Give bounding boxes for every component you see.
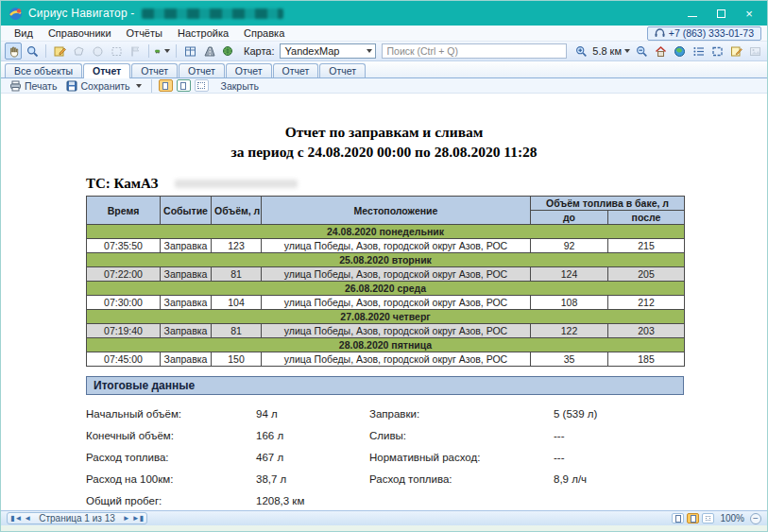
zoom-in-button[interactable] <box>572 43 589 60</box>
summary-value: --- <box>554 430 565 441</box>
cell-volume: 150 <box>212 352 262 367</box>
view-mode-multi-button[interactable] <box>702 513 714 523</box>
toolbar-separator <box>151 79 152 93</box>
next-page-button[interactable]: ► <box>123 515 130 523</box>
cell-event: Заправка <box>161 267 212 282</box>
summary-value: 467 л <box>256 452 283 463</box>
scale-value: 5.8 км <box>592 45 622 57</box>
cell-volume: 81 <box>212 267 262 282</box>
title-bar: Сириус Навигатор - × <box>1 1 767 26</box>
zoom-tool-button[interactable] <box>24 43 41 60</box>
date-group-row: 25.08.2020 вторник <box>87 253 685 267</box>
col-header-event: Событие <box>161 197 212 225</box>
save-button[interactable]: Сохранить <box>63 80 144 92</box>
view-mode-single-button[interactable] <box>672 513 684 523</box>
summary-value: 5 (539 л) <box>554 408 597 420</box>
globe-button[interactable] <box>671 43 688 60</box>
close-report-button[interactable]: Закрыть <box>218 80 262 92</box>
save-floppy-icon <box>66 80 77 92</box>
col-header-location: Местоположение <box>262 197 531 225</box>
circle-tool-button[interactable] <box>89 43 106 60</box>
zoom-out-slider-button[interactable]: − <box>750 513 761 524</box>
group-date-label: 26.08.2020 среда <box>87 282 685 296</box>
cell-location: улица Победы, Азов, городской округ Азов… <box>262 296 531 310</box>
truck-icon <box>155 45 162 58</box>
table-row: 07:45:00Заправка150улица Победы, Азов, г… <box>87 352 685 367</box>
maximize-button[interactable] <box>707 1 735 26</box>
globe-icon <box>674 45 686 58</box>
tab-report-6[interactable]: Отчет <box>319 63 366 77</box>
app-window: Сириус Навигатор - × Вид Справочники Отч… <box>0 0 768 532</box>
selection-rect-icon <box>111 45 123 58</box>
zoom-out-button[interactable] <box>633 43 650 60</box>
fuel-events-table: Время Событие Объём, л Местоположение Об… <box>86 196 685 367</box>
tab-report-2[interactable]: Отчет <box>131 63 178 77</box>
summary-value: 166 л <box>256 430 283 441</box>
continuous-view-button[interactable] <box>177 79 191 92</box>
vehicle-menu-button[interactable] <box>154 43 171 60</box>
cell-location: улица Победы, Азов, городской округ Азов… <box>262 239 531 253</box>
cell-event: Заправка <box>161 239 212 253</box>
search-input[interactable] <box>382 43 568 59</box>
page-icon <box>162 82 168 90</box>
group-date-label: 28.08.2020 пятница <box>87 338 685 352</box>
route-button[interactable] <box>200 43 217 60</box>
support-phone-button[interactable]: +7 (863) 333-01-73 <box>647 26 761 41</box>
cell-location: улица Победы, Азов, городской округ Азов… <box>262 352 531 367</box>
table-row: 07:35:50Заправка123улица Победы, Азов, г… <box>87 239 685 253</box>
image-button[interactable] <box>746 43 763 60</box>
dropdown-caret-icon <box>624 49 630 53</box>
summary-label: Заправки: <box>369 408 554 420</box>
summary-item: Нормативный расход:--- <box>369 446 684 468</box>
view-mode-fit-button[interactable] <box>687 513 699 523</box>
flag-tool-button[interactable] <box>127 43 144 60</box>
polygon-tool-button[interactable] <box>70 43 87 60</box>
minimize-button[interactable] <box>678 1 707 26</box>
frame-select-button[interactable] <box>708 43 725 60</box>
rect-select-button[interactable] <box>108 43 125 60</box>
main-toolbar: Карта: YandexMap 5.8 км <box>1 42 767 61</box>
close-button[interactable]: × <box>735 1 763 26</box>
cell-event: Заправка <box>161 352 212 367</box>
pan-tool-button[interactable] <box>5 43 22 60</box>
zoom-level: 100% <box>720 513 744 523</box>
headset-icon <box>655 28 665 38</box>
last-page-button[interactable]: ►▮ <box>132 515 144 523</box>
col-header-tank: Объём топлива в баке, л <box>531 197 685 211</box>
tab-bar: Все объекты Отчет Отчет Отчет Отчет Отче… <box>1 61 767 78</box>
dropdown-caret-icon <box>164 49 170 53</box>
menu-settings[interactable]: Настройка <box>170 26 236 40</box>
globe-search-icon <box>222 45 234 58</box>
page-navigation: ▮◄ ◄ Страница 1 из 13 ► ►▮ <box>7 512 147 524</box>
edit-geozone-button[interactable] <box>51 43 68 60</box>
map-select-value: YandexMap <box>285 45 340 57</box>
first-page-button[interactable]: ▮◄ <box>10 515 22 523</box>
fit-width-button[interactable] <box>195 79 209 92</box>
legend-list-button[interactable] <box>690 43 707 60</box>
summary-label: Конечный объём: <box>86 430 256 441</box>
tab-report-5[interactable]: Отчет <box>273 63 319 77</box>
single-page-view-button[interactable] <box>159 79 173 92</box>
printer-icon <box>9 80 22 92</box>
home-button[interactable] <box>652 43 669 60</box>
prev-page-button[interactable]: ◄ <box>24 515 31 523</box>
summary-item: Общий пробег:1208,3 км <box>86 489 369 510</box>
menu-view[interactable]: Вид <box>7 26 41 40</box>
menu-help[interactable]: Справка <box>236 26 292 40</box>
map-select[interactable]: YandexMap <box>280 43 376 59</box>
tab-report-3[interactable]: Отчет <box>179 63 225 77</box>
menu-directories[interactable]: Справочники <box>41 26 119 40</box>
cell-before: 122 <box>531 324 608 338</box>
tab-all-objects[interactable]: Все объекты <box>5 63 82 77</box>
tab-report-active[interactable]: Отчет <box>83 63 130 78</box>
notes-button[interactable] <box>727 43 744 60</box>
menu-reports[interactable]: Отчёты <box>119 26 170 40</box>
cell-time: 07:45:00 <box>87 352 161 367</box>
print-button[interactable]: Печать <box>7 80 60 92</box>
tab-report-4[interactable]: Отчет <box>226 63 272 77</box>
grid-view-button[interactable] <box>181 43 198 60</box>
date-group-row: 24.08.2020 понедельник <box>87 225 685 239</box>
window-controls: × <box>678 1 763 26</box>
scale-select[interactable]: 5.8 км <box>591 43 631 59</box>
geo-search-button[interactable] <box>219 43 236 60</box>
